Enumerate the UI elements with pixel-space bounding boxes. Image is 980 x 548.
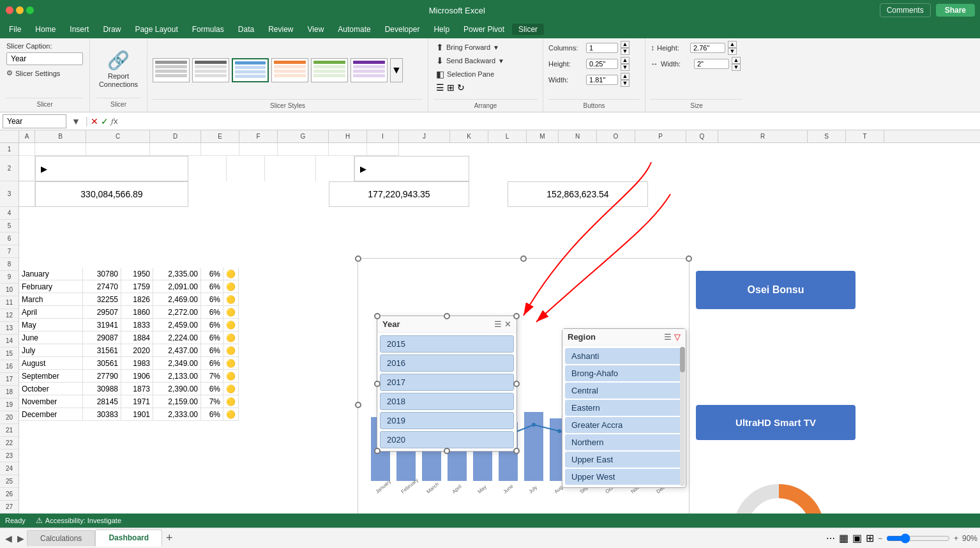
table-cell[interactable]: 30561 [83, 357, 121, 370]
send-backward-button[interactable]: ⬇ Send Backward ▼ [433, 54, 538, 67]
zoom-minus[interactable]: − [878, 534, 882, 543]
table-cell[interactable]: January [19, 268, 83, 280]
ultrahd-cell[interactable]: UltraHD Smart TV [696, 405, 856, 440]
col-header-B[interactable]: B [35, 130, 86, 142]
styles-more-button[interactable]: ▼ [390, 58, 403, 82]
table-cell[interactable]: June [19, 331, 83, 344]
table-cell[interactable]: 6% [201, 280, 223, 293]
tab-nav-prev[interactable]: ◀ [3, 533, 15, 544]
table-cell[interactable]: 🟡 [223, 268, 239, 280]
year-slicer-clear-icon[interactable]: ✕ [504, 319, 511, 329]
row-header-12[interactable]: 12 [0, 309, 19, 322]
row-header-6[interactable]: 6 [0, 232, 19, 245]
row-header-21[interactable]: 21 [0, 424, 19, 437]
table-cell[interactable]: 6% [201, 331, 223, 344]
table-cell[interactable]: 2,224.00 [153, 331, 201, 344]
slicer-item-2020[interactable]: 2020 [380, 431, 514, 448]
slicer-region-upper-west[interactable]: Upper West [565, 469, 683, 485]
columns-up[interactable]: ▲ [621, 41, 629, 48]
menu-pagelayout[interactable]: Page Layout [128, 24, 184, 35]
tab-dashboard[interactable]: Dashboard [95, 529, 162, 547]
cell-F3[interactable] [265, 181, 316, 207]
table-cell[interactable]: 6% [201, 357, 223, 370]
btn-width-up[interactable]: ▲ [621, 73, 629, 80]
chart-handle-tl[interactable] [355, 255, 361, 262]
menu-review[interactable]: Review [262, 24, 299, 35]
cell-A3[interactable] [19, 181, 35, 207]
size-height-down[interactable]: ▼ [728, 48, 737, 55]
handle-bl[interactable] [374, 448, 381, 454]
region-scrollbar-thumb[interactable] [680, 347, 685, 372]
table-cell[interactable]: 2,335.00 [153, 268, 201, 280]
cell-C1[interactable] [86, 143, 150, 156]
table-cell[interactable]: 1860 [121, 306, 153, 319]
col-header-J[interactable]: J [399, 130, 450, 142]
table-cell[interactable]: 2,349.00 [153, 357, 201, 370]
table-cell[interactable]: 1950 [121, 268, 153, 280]
cell-H2[interactable]: ▶ [354, 156, 469, 181]
row-header-3[interactable]: 3 [0, 181, 19, 207]
rotate-button[interactable]: ↻ [457, 82, 465, 93]
table-cell[interactable]: 6% [201, 344, 223, 357]
row-header-4[interactable]: 4 [0, 207, 19, 220]
row-header-16[interactable]: 16 [0, 360, 19, 373]
cell-bignum3[interactable]: 152,863,623.54 [508, 181, 648, 207]
view-normal-button[interactable]: ▦ [839, 532, 848, 544]
table-cell[interactable]: 6% [201, 306, 223, 319]
confirm-formula-button[interactable]: ✓ [101, 116, 109, 126]
chart-handle-ml[interactable] [355, 402, 361, 408]
cell-L3[interactable] [482, 181, 495, 207]
cell-bignum1[interactable]: 330,084,566.89 [35, 181, 188, 207]
slicer-item-2018[interactable]: 2018 [380, 393, 514, 410]
style-thumb-6[interactable] [351, 58, 388, 82]
col-header-F[interactable]: F [239, 130, 278, 142]
menu-draw[interactable]: Draw [96, 24, 127, 35]
col-header-D[interactable]: D [150, 130, 201, 142]
table-cell[interactable]: 6% [201, 268, 223, 280]
menu-file[interactable]: File [3, 24, 27, 35]
cell-G1[interactable] [278, 143, 329, 156]
slicer-region-ashanti[interactable]: Ashanti [565, 348, 683, 364]
btn-height-input[interactable] [586, 59, 618, 69]
slicer-item-2017[interactable]: 2017 [380, 374, 514, 391]
row-header-5[interactable]: 5 [0, 220, 19, 232]
table-cell[interactable]: 2,333.00 [153, 408, 201, 421]
menu-insert[interactable]: Insert [63, 24, 95, 35]
table-cell[interactable]: 🟡 [223, 280, 239, 293]
table-cell[interactable]: 2,133.00 [153, 370, 201, 383]
table-cell[interactable]: November [19, 395, 83, 408]
report-connections-button[interactable]: 🔗 ReportConnections [99, 50, 138, 89]
slicer-item-2019[interactable]: 2019 [380, 412, 514, 429]
slicer-region-central[interactable]: Central [565, 383, 683, 399]
handle-ml[interactable] [374, 381, 381, 387]
table-cell[interactable]: 1833 [121, 319, 153, 331]
row-header-11[interactable]: 11 [0, 296, 19, 309]
table-cell[interactable]: 🟡 [223, 395, 239, 408]
col-header-P[interactable]: P [635, 130, 686, 142]
menu-developer[interactable]: Developer [379, 24, 426, 35]
slicer-region-greater-accra[interactable]: Greater Accra [565, 417, 683, 433]
formula-input[interactable] [121, 116, 977, 126]
table-cell[interactable]: 31561 [83, 344, 121, 357]
view-layout-button[interactable]: ▣ [852, 532, 862, 544]
col-header-O[interactable]: O [597, 130, 635, 142]
tab-more-button[interactable]: ⋯ [826, 533, 835, 544]
style-thumb-1[interactable] [153, 58, 190, 82]
handle-tl[interactable] [374, 313, 381, 319]
table-cell[interactable]: 27470 [83, 280, 121, 293]
table-cell[interactable]: 7% [201, 395, 223, 408]
row-header-22[interactable]: 22 [0, 437, 19, 450]
size-height-up[interactable]: ▲ [728, 41, 737, 48]
comments-button[interactable]: Comments [880, 3, 931, 17]
cell-E2[interactable] [227, 156, 265, 181]
btn-height-down[interactable]: ▼ [621, 64, 629, 71]
row-header-14[interactable]: 14 [0, 335, 19, 347]
table-cell[interactable]: April [19, 306, 83, 319]
col-header-E[interactable]: E [201, 130, 239, 142]
row-header-2[interactable]: 2 [0, 156, 19, 181]
col-header-A[interactable]: A [19, 130, 35, 142]
chart-handle-tm[interactable] [520, 255, 527, 262]
col-header-S[interactable]: S [808, 130, 846, 142]
tab-calculations[interactable]: Calculations [27, 530, 95, 546]
col-header-T[interactable]: T [846, 130, 884, 142]
